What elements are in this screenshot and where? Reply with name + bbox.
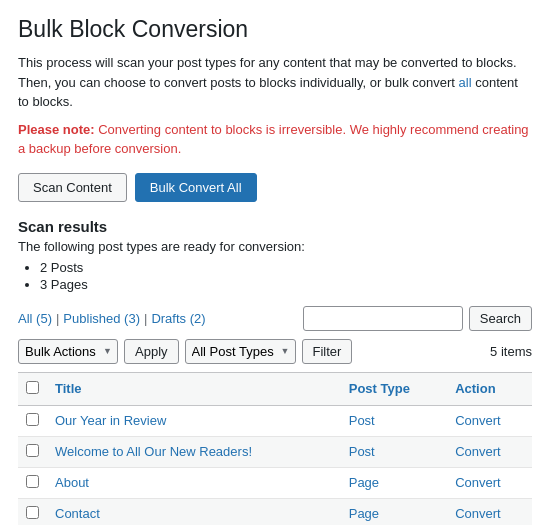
row-checkbox-cell [18, 467, 47, 498]
convert-link[interactable]: Convert [455, 413, 501, 428]
row-checkbox[interactable] [26, 475, 39, 488]
row-title-link[interactable]: Our Year in Review [55, 413, 166, 428]
row-title-link[interactable]: About [55, 475, 89, 490]
search-area: Search [303, 306, 532, 331]
all-link[interactable]: all [459, 75, 472, 90]
table-row: AboutPageConvert [18, 467, 532, 498]
tab-filters: All (5) | Published (3) | Drafts (2) [18, 311, 206, 326]
actions-row: Bulk Actions Apply All Post Types Filter… [18, 339, 532, 364]
post-types-wrapper: All Post Types [185, 339, 296, 364]
scan-results-desc: The following post types are ready for c… [18, 239, 532, 254]
button-row: Scan Content Bulk Convert All [18, 173, 532, 202]
tab-all[interactable]: All (5) [18, 311, 52, 326]
convert-link[interactable]: Convert [455, 475, 501, 490]
row-title-cell: Our Year in Review [47, 405, 341, 436]
table-header-row: Title Post Type Action [18, 372, 532, 405]
row-title-link[interactable]: Contact [55, 506, 100, 521]
notice-label: Please note: [18, 122, 95, 137]
tab-drafts[interactable]: Drafts (2) [151, 311, 205, 326]
row-checkbox[interactable] [26, 413, 39, 426]
tab-published[interactable]: Published (3) [63, 311, 140, 326]
notice-text: Please note: Converting content to block… [18, 120, 532, 159]
row-checkbox-cell [18, 436, 47, 467]
row-checkbox[interactable] [26, 444, 39, 457]
table-row: Welcome to All Our New Readers!PostConve… [18, 436, 532, 467]
search-button[interactable]: Search [469, 306, 532, 331]
row-post-type-link[interactable]: Page [349, 475, 379, 490]
row-title-cell: Contact [47, 498, 341, 525]
table-body: Our Year in ReviewPostConvertWelcome to … [18, 405, 532, 525]
header-title-col[interactable]: Title [47, 372, 341, 405]
notice-body: Converting content to blocks is irrevers… [18, 122, 529, 157]
scan-results-heading: Scan results [18, 218, 532, 235]
header-post-type-col: Post Type [341, 372, 447, 405]
content-table: Title Post Type Action Our Year in Revie… [18, 372, 532, 526]
separator: | [56, 311, 59, 326]
header-action-col: Action [447, 372, 532, 405]
filter-row: All (5) | Published (3) | Drafts (2) Sea… [18, 306, 532, 331]
select-all-checkbox[interactable] [26, 381, 39, 394]
list-item: 3 Pages [40, 277, 532, 292]
row-post-type-cell: Page [341, 467, 447, 498]
scan-results-list: 2 Posts 3 Pages [18, 260, 532, 292]
row-post-type-link[interactable]: Post [349, 444, 375, 459]
row-title-cell: About [47, 467, 341, 498]
separator: | [144, 311, 147, 326]
row-action-cell: Convert [447, 467, 532, 498]
convert-link[interactable]: Convert [455, 444, 501, 459]
row-title-link[interactable]: Welcome to All Our New Readers! [55, 444, 252, 459]
items-count: 5 items [490, 344, 532, 359]
filter-button[interactable]: Filter [302, 339, 353, 364]
page-title: Bulk Block Conversion [18, 16, 532, 43]
bulk-convert-all-button[interactable]: Bulk Convert All [135, 173, 257, 202]
row-action-cell: Convert [447, 498, 532, 525]
row-checkbox-cell [18, 498, 47, 525]
list-item: 2 Posts [40, 260, 532, 275]
row-title-cell: Welcome to All Our New Readers! [47, 436, 341, 467]
row-post-type-cell: Post [341, 436, 447, 467]
row-post-type-cell: Page [341, 498, 447, 525]
table-row: ContactPageConvert [18, 498, 532, 525]
row-action-cell: Convert [447, 436, 532, 467]
convert-link[interactable]: Convert [455, 506, 501, 521]
row-checkbox-cell [18, 405, 47, 436]
row-action-cell: Convert [447, 405, 532, 436]
bulk-actions-wrapper: Bulk Actions [18, 339, 118, 364]
page-description: This process will scan your post types f… [18, 53, 532, 112]
row-post-type-link[interactable]: Post [349, 413, 375, 428]
bulk-actions-select[interactable]: Bulk Actions [18, 339, 118, 364]
post-types-select[interactable]: All Post Types [185, 339, 296, 364]
table-row: Our Year in ReviewPostConvert [18, 405, 532, 436]
row-post-type-cell: Post [341, 405, 447, 436]
search-input[interactable] [303, 306, 463, 331]
header-checkbox-col [18, 372, 47, 405]
scan-content-button[interactable]: Scan Content [18, 173, 127, 202]
apply-button[interactable]: Apply [124, 339, 179, 364]
row-checkbox[interactable] [26, 506, 39, 519]
row-post-type-link[interactable]: Page [349, 506, 379, 521]
